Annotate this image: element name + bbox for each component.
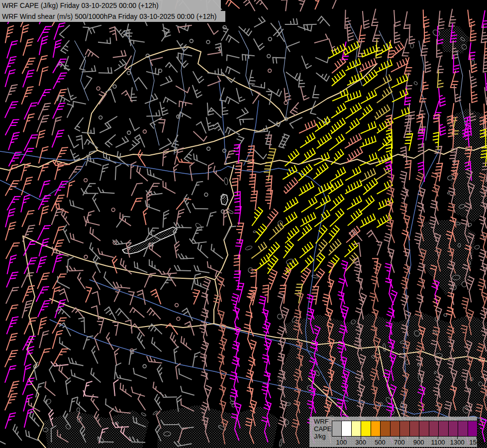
legend-cell [468, 421, 477, 436]
legend-cell [381, 421, 390, 436]
legend-colorbar [332, 421, 478, 437]
legend-label-model: WRF [314, 418, 331, 425]
legend-tick-label: 900 [408, 439, 430, 446]
legend-tick-label: 1100 [427, 439, 449, 446]
legend-tick-label: 700 [389, 439, 410, 446]
legend-cell [410, 421, 419, 436]
title-line-shear: WRF Wind shear (m/s) 500/1000hPa Friday … [0, 11, 225, 22]
legend-tick-label: 1300 [446, 439, 468, 446]
legend-label-parameter: CAPE [314, 425, 331, 433]
weather-map-canvas [0, 0, 487, 448]
legend-tick-label: 500 [369, 439, 391, 446]
title-bar: WRF CAPE (J/kg) Friday 03-10-2025 00:00 … [0, 0, 225, 22]
legend-cell [419, 421, 429, 436]
legend-cell [390, 421, 400, 436]
stipple-region [157, 405, 279, 448]
legend-cell [439, 421, 448, 436]
legend-cell [342, 421, 351, 436]
cape-legend: WRF CAPE J/kg 10030050070090011001300150… [309, 417, 477, 447]
legend-tick-label: 1500 [466, 439, 487, 446]
legend-cell [458, 421, 468, 436]
legend-cell [361, 421, 371, 436]
legend-cell [429, 421, 439, 436]
legend-cell [400, 421, 409, 436]
legend-tick-label: 300 [350, 439, 372, 446]
title-line-cape: WRF CAPE (J/kg) Friday 03-10-2025 00:00 … [0, 0, 221, 11]
weather-map-screen: WRF CAPE (J/kg) Friday 03-10-2025 00:00 … [0, 0, 487, 448]
legend-cell [352, 421, 361, 436]
legend-cell [449, 421, 458, 436]
legend-labels: WRF CAPE J/kg [314, 418, 331, 440]
legend-tick-label: 100 [330, 439, 352, 446]
legend-label-unit: J/kg [314, 433, 331, 440]
legend-cell [332, 421, 342, 436]
legend-cell [371, 421, 381, 436]
